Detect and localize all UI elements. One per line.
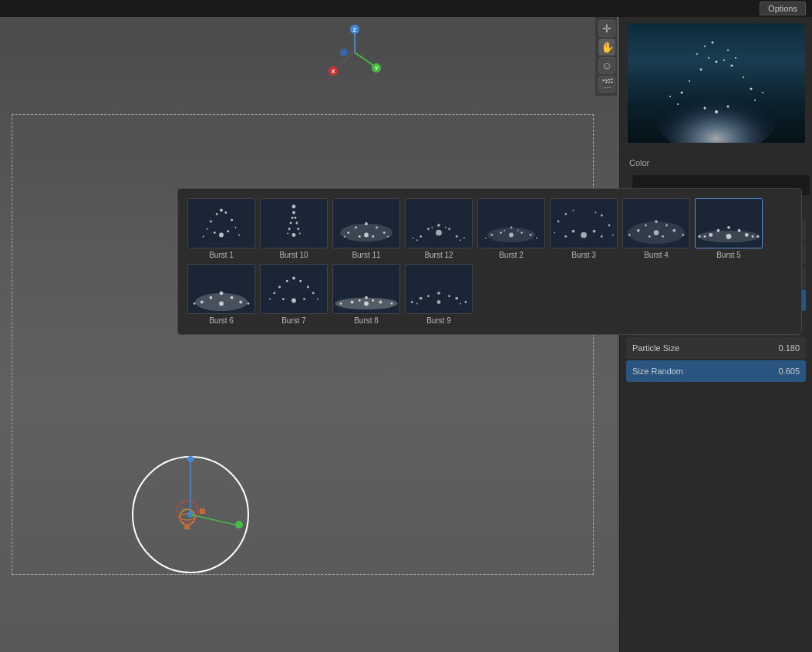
svg-point-41 <box>715 110 718 113</box>
svg-point-105 <box>504 230 505 231</box>
svg-point-116 <box>581 232 587 238</box>
preset-label-burst-6: Burst 6 <box>209 316 234 325</box>
svg-point-128 <box>682 234 684 236</box>
svg-point-158 <box>299 280 302 282</box>
preset-burst-11[interactable]: Burst 11 <box>332 198 400 259</box>
svg-point-53 <box>219 233 224 238</box>
preset-label-burst-3: Burst 3 <box>571 251 596 259</box>
svg-text:Y: Y <box>375 66 379 71</box>
preset-burst-5[interactable]: Burst 5 <box>695 198 763 259</box>
svg-point-135 <box>726 234 732 239</box>
svg-point-91 <box>431 227 433 228</box>
add-tool-icon[interactable]: ✛ <box>598 20 615 37</box>
face-tool-icon[interactable]: ☺ <box>598 57 615 74</box>
svg-point-113 <box>612 235 614 236</box>
burst-presets-dropdown: Burst 1 <box>177 188 802 335</box>
size-random-row[interactable]: Size Random 0.605 <box>626 360 806 382</box>
svg-point-39 <box>762 92 763 93</box>
svg-point-69 <box>299 233 301 235</box>
preset-burst-7[interactable]: Burst 7 <box>260 264 328 325</box>
svg-point-40 <box>669 96 671 97</box>
top-bar: Options <box>0 0 812 17</box>
svg-point-65 <box>288 228 291 230</box>
svg-point-90 <box>437 224 440 227</box>
svg-point-94 <box>463 237 465 238</box>
preset-burst-10[interactable]: Burst 10 <box>260 198 328 259</box>
svg-point-27 <box>731 65 733 67</box>
svg-point-88 <box>416 239 418 241</box>
svg-rect-18 <box>184 524 190 529</box>
svg-point-138 <box>699 235 701 238</box>
svg-point-49 <box>210 221 212 223</box>
camera-tool-icon[interactable]: 🎬 <box>598 76 615 93</box>
svg-point-37 <box>696 53 698 55</box>
svg-point-77 <box>344 235 345 237</box>
svg-point-140 <box>716 229 719 232</box>
svg-point-68 <box>287 233 288 235</box>
svg-point-73 <box>355 226 357 228</box>
color-label: Color <box>626 158 806 167</box>
svg-point-180 <box>419 297 423 300</box>
svg-point-103 <box>536 237 537 238</box>
svg-point-156 <box>292 277 295 280</box>
preset-label-burst-12: Burst 12 <box>424 251 453 259</box>
preset-burst-3[interactable]: Burst 3 <box>550 198 618 259</box>
svg-point-46 <box>220 209 223 212</box>
svg-point-174 <box>391 302 393 305</box>
svg-point-175 <box>365 296 368 299</box>
svg-point-120 <box>601 235 603 238</box>
grab-tool-icon[interactable]: ✋ <box>598 39 615 56</box>
svg-text:Z: Z <box>353 27 357 32</box>
svg-point-80 <box>359 235 361 238</box>
svg-point-184 <box>437 292 440 295</box>
svg-point-130 <box>665 224 668 226</box>
svg-point-57 <box>238 235 240 236</box>
svg-point-183 <box>464 301 467 303</box>
svg-point-61 <box>291 217 294 219</box>
svg-rect-107 <box>551 199 616 248</box>
svg-point-150 <box>200 301 204 304</box>
preset-burst-2[interactable]: Burst 2 <box>477 198 545 259</box>
svg-point-123 <box>655 220 658 223</box>
svg-point-66 <box>297 228 299 230</box>
svg-point-67 <box>292 233 296 237</box>
svg-point-111 <box>601 215 603 217</box>
svg-point-110 <box>564 213 567 215</box>
presets-row-2: Burst 6 <box>187 264 792 325</box>
svg-point-59 <box>292 204 296 208</box>
preset-burst-9[interactable]: Burst 9 <box>405 264 473 325</box>
svg-point-166 <box>282 298 285 300</box>
svg-point-167 <box>303 298 305 300</box>
preset-burst-1[interactable]: Burst 1 <box>187 198 255 259</box>
preset-burst-4[interactable]: Burst 4 <box>622 198 690 259</box>
svg-point-35 <box>727 49 729 51</box>
svg-point-19 <box>235 521 243 529</box>
svg-point-43 <box>727 106 729 108</box>
particle-size-value: 0.180 <box>778 343 800 353</box>
svg-point-187 <box>416 302 418 304</box>
svg-point-98 <box>500 231 502 234</box>
svg-point-79 <box>364 233 369 238</box>
svg-point-124 <box>654 230 659 235</box>
svg-point-114 <box>572 210 574 211</box>
svg-line-5 <box>355 52 375 66</box>
preset-burst-12[interactable]: Burst 12 <box>405 198 473 259</box>
svg-point-28 <box>689 80 690 82</box>
svg-point-52 <box>234 227 236 228</box>
svg-point-99 <box>521 231 523 234</box>
svg-point-160 <box>307 286 309 289</box>
svg-point-143 <box>704 235 706 238</box>
svg-point-109 <box>608 224 611 226</box>
preset-burst-8[interactable]: Burst 8 <box>332 264 400 325</box>
preset-burst-6[interactable]: Burst 6 <box>187 264 255 325</box>
svg-point-42 <box>704 107 706 110</box>
viewport-border <box>12 114 594 575</box>
color-row: Color <box>626 152 806 174</box>
svg-point-75 <box>347 231 349 234</box>
options-button[interactable]: Options <box>760 2 806 15</box>
svg-point-64 <box>295 222 298 225</box>
svg-point-161 <box>273 292 275 294</box>
svg-rect-82 <box>406 199 471 248</box>
preset-thumb-burst-1 <box>187 198 255 248</box>
svg-point-92 <box>445 227 446 228</box>
